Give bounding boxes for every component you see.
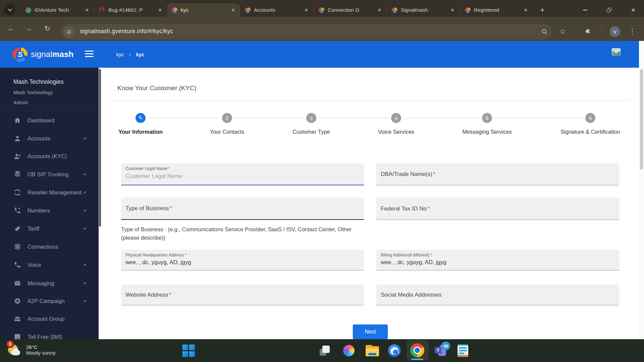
tab-signalmash[interactable]: S Signalmash ✕ — [387, 3, 460, 17]
step-5-circle[interactable]: 5 — [482, 113, 492, 123]
site-permissions-chip[interactable] — [63, 26, 74, 37]
step-3-circle[interactable]: 3 — [306, 113, 316, 123]
copilot-icon — [343, 345, 355, 356]
sidebar-toggle-hamburger-icon[interactable] — [85, 51, 94, 57]
physical-hq-address-field[interactable]: Physical Headquarters Address* wee, , dc… — [121, 250, 364, 270]
tab-gventure[interactable]: GVenture Tech ✕ — [21, 3, 94, 17]
field-label: Billing Address(if different)* — [381, 253, 432, 257]
type-of-business-field[interactable]: Type of Business* — [121, 198, 364, 220]
tab-close-icon[interactable]: ✕ — [229, 6, 237, 14]
org-subtitle: Mash Technology — [13, 90, 53, 95]
chevron-down-icon: ▾ — [84, 136, 86, 141]
federal-tax-id-field[interactable]: Federal Tax ID No* — [376, 198, 619, 220]
profile-avatar[interactable]: V — [609, 26, 620, 37]
field-label: Physical Headquarters Address* — [125, 253, 186, 257]
chevron-down-icon: ▾ — [84, 262, 86, 267]
signalmash-favicon-icon: S — [245, 7, 251, 13]
user-icon — [13, 134, 21, 142]
tab-close-icon[interactable]: ✕ — [303, 6, 310, 14]
sidebar-item-reseller-management[interactable]: Reseller Management ▾ — [0, 183, 99, 201]
tab-bug-14601[interactable]: Bug #14601: P ✕ — [95, 3, 167, 17]
social-media-field[interactable]: Social Media Addresses — [376, 285, 619, 305]
sidebar-item-numbers[interactable]: Numbers ▾ — [0, 201, 99, 220]
task-view-button[interactable] — [318, 344, 331, 357]
restore-icon — [607, 8, 611, 12]
title-divider — [110, 101, 631, 101]
sidebar-scrollbar-thumb[interactable] — [99, 69, 101, 227]
field-label: Customer Legal Name* — [125, 166, 170, 171]
breadcrumb-kyc-1[interactable]: kyc — [116, 52, 124, 57]
new-tab-button[interactable]: + — [537, 4, 548, 16]
sidebar-item-account-group[interactable]: Account Group — [0, 310, 99, 328]
teams-button[interactable]: T 45 — [433, 344, 449, 358]
zoom-search-icon[interactable] — [539, 26, 550, 37]
browser-menu-kebab-icon[interactable]: ⋮ — [627, 26, 638, 37]
chevron-down-icon: ▾ — [84, 281, 86, 286]
sidebar-divider — [0, 111, 99, 111]
dba-trade-name-field[interactable]: DBA/Trade Name(s)* — [376, 163, 619, 185]
page-scrollbar-thumb[interactable] — [640, 69, 643, 170]
tab-close-icon[interactable]: ✕ — [376, 6, 383, 14]
url-text[interactable]: signalmash.gventure.info/#/kyc/kyc — [80, 28, 173, 35]
step-2-circle[interactable]: 2 — [222, 113, 232, 123]
website-address-field[interactable]: Website Address* — [121, 285, 364, 305]
tab-kyc-active[interactable]: S kyc ✕ — [167, 3, 240, 17]
chevron-down-icon: ▾ — [84, 226, 86, 231]
tab-search-button[interactable] — [4, 4, 15, 15]
copilot-button[interactable] — [342, 344, 356, 357]
sidebar-item-dashboard[interactable]: Dashboard — [0, 111, 99, 129]
restore-button[interactable] — [602, 5, 616, 15]
step-6-circle[interactable]: 6 — [585, 113, 595, 123]
close-window-button[interactable]: ✕ — [627, 5, 640, 15]
field-value: wee, , dc, yguyg, AD, jgyg — [381, 259, 446, 266]
page-scrollbar[interactable] — [639, 41, 644, 339]
sidebar-item-messaging[interactable]: Messaging ▾ — [0, 274, 99, 292]
extensions-icon[interactable] — [582, 26, 594, 37]
tab-close-icon[interactable]: ✕ — [522, 6, 529, 14]
field-label: Website Address* — [125, 285, 171, 305]
step-4-circle[interactable]: 4 — [391, 113, 401, 123]
sidebar-item-toll-free-sms[interactable]: Toll Free SMS — [0, 328, 99, 339]
step-connector — [235, 118, 304, 118]
forward-button[interactable]: → — [23, 22, 35, 35]
sidebar-item-voice[interactable]: Voice ▾ — [0, 256, 99, 274]
breadcrumb-kyc-2[interactable]: kyc — [136, 52, 144, 57]
org-title: Mash Technologies — [13, 78, 64, 85]
sidebar-item-ob-sip-trunking[interactable]: OB SIP Trunking ▾ — [0, 165, 99, 183]
sidebar-item-tariff[interactable]: Tariff ▾ — [0, 220, 99, 238]
header-image-icon[interactable] — [612, 48, 621, 55]
sidebar-item-a2p-campaign[interactable]: A2P Campaign ▾ — [0, 292, 99, 310]
sidebar-scrollbar[interactable] — [99, 68, 101, 339]
tab-accounts[interactable]: S Accounts ✕ — [240, 3, 313, 17]
tab-connection[interactable]: S Connection D ✕ — [314, 3, 386, 17]
step-1-circle[interactable]: ✎ — [136, 113, 146, 123]
mail-icon — [13, 279, 21, 287]
tab-close-icon[interactable]: ✕ — [83, 6, 91, 14]
tab-close-icon[interactable]: ✕ — [156, 6, 164, 14]
chrome-taskbar-button[interactable] — [407, 340, 428, 360]
customer-legal-name-field[interactable]: Customer Legal Name* Customer Legal Name — [121, 163, 364, 185]
tune-icon — [66, 29, 72, 35]
phone-square-icon — [13, 333, 21, 339]
minimize-button[interactable] — [578, 5, 592, 15]
signalmash-logo-icon: S — [13, 47, 28, 62]
reload-button[interactable]: ↻ — [41, 22, 53, 35]
sidebar-item-accounts[interactable]: Accounts ▾ — [0, 129, 99, 147]
tab-divider — [94, 6, 94, 13]
page-title: Know Your Customer (KYC) — [117, 84, 197, 92]
next-button[interactable]: Next — [353, 324, 388, 339]
bookmark-star-icon[interactable]: ☆ — [557, 26, 568, 37]
sidebar-item-connections[interactable]: Connections — [0, 238, 99, 256]
thunderbird-button[interactable] — [387, 344, 402, 358]
tab-close-icon[interactable]: ✕ — [449, 6, 456, 14]
notepad-button[interactable] — [455, 343, 470, 358]
tab-registered[interactable]: S Registered ✕ — [460, 3, 533, 17]
back-button[interactable]: ← — [5, 22, 17, 35]
weather-temp: 26°C — [26, 344, 56, 350]
start-button[interactable] — [182, 344, 195, 357]
file-explorer-button[interactable] — [365, 344, 380, 358]
billing-address-field[interactable]: Billing Address(if different)* wee, , dc… — [376, 250, 619, 270]
sidebar-item-accounts-kyc[interactable]: Accounts (KYC) — [0, 147, 99, 165]
tab-title: kyc — [181, 7, 229, 13]
weather-widget[interactable]: 5 26°C Mostly sunny — [6, 341, 56, 359]
